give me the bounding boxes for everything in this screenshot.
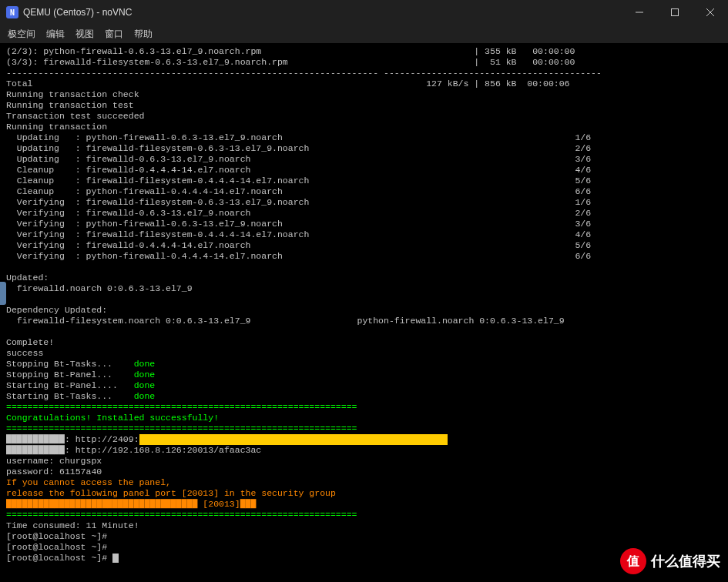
term-output: Updating : python-firewall-0.6.3-13.el7_… [6,132,722,143]
term-prompt[interactable]: [root@localhost ~]# [6,553,722,564]
term-output: Stopping Bt-Tasks... done [6,359,722,370]
term-output: username: churgspx [6,456,722,467]
close-button[interactable] [693,0,728,25]
term-output: ████████████████████████████████████ [20… [6,499,722,510]
menu-window[interactable]: 窗口 [105,28,123,41]
term-output [6,294,722,305]
term-output: Updating : firewalld-filesystem-0.6.3-13… [6,143,722,154]
redacted-url [139,434,448,445]
app-icon: N [6,6,18,18]
term-output: If you cannot access the panel, [6,477,722,488]
term-output: Updated: [6,273,722,283]
term-output: success [6,348,722,359]
titlebar-left: N QEMU (Centos7) - noVNC [6,6,132,18]
term-output: ███████████: http://2409: [6,434,722,445]
term-output: Verifying : firewalld-filesystem-0.6.3-1… [6,197,722,208]
term-output: Stopping Bt-Panel... done [6,370,722,380]
maximize-button[interactable] [657,0,693,25]
term-prompt: [root@localhost ~]# [6,531,722,542]
titlebar: N QEMU (Centos7) - noVNC [0,0,728,25]
term-output: Congratulations! Installed successfully! [6,413,722,423]
term-output: Cleanup : python-firewall-0.4.4.4-14.el7… [6,186,722,197]
menubar: 极空间 编辑 视图 窗口 帮助 [0,25,728,43]
term-output: Transaction test succeeded [6,111,722,122]
term-output: (2/3): python-firewall-0.6.3-13.el7_9.no… [6,46,722,57]
watermark: 值 什么值得买 [620,548,720,574]
menu-view[interactable]: 视图 [75,28,94,41]
term-output: ========================================… [6,423,722,434]
watermark-icon: 值 [620,548,646,574]
watermark-text: 什么值得买 [651,552,720,570]
novnc-side-tab[interactable] [0,282,6,305]
term-output: Verifying : firewalld-0.4.4.4-14.el7.noa… [6,240,722,251]
term-output: Dependency Updated: [6,305,722,316]
term-prompt: [root@localhost ~]# [6,542,722,553]
svg-rect-1 [672,9,679,16]
window-title: QEMU (Centos7) - noVNC [23,7,132,18]
cursor-icon [112,554,119,563]
term-output: Running transaction test [6,100,722,111]
term-output [6,326,722,337]
term-output: Verifying : firewalld-filesystem-0.4.4.4… [6,229,722,240]
term-output: Starting Bt-Tasks... done [6,391,722,402]
term-output: release the following panel port [20013]… [6,488,722,499]
menu-workspace[interactable]: 极空间 [8,28,35,41]
terminal[interactable]: (2/3): python-firewall-0.6.3-13.el7_9.no… [0,43,728,582]
term-output: Starting Bt-Panel.... done [6,380,722,391]
term-output: Time consumed: 11 Minute! [6,520,722,531]
term-output: ========================================… [6,510,722,520]
window-controls [622,0,728,25]
term-output: Running transaction [6,122,722,132]
term-output: Complete! [6,337,722,348]
term-output: Verifying : python-firewall-0.4.4.4-14.e… [6,251,722,262]
term-output: Total 127 kB/s | 856 kB 00:00:06 [6,79,722,89]
term-output: ----------------------------------------… [6,68,722,79]
term-output: Verifying : firewalld-0.6.3-13.el7_9.noa… [6,208,722,219]
term-output: Running transaction check [6,89,722,100]
term-output: (3/3): firewalld-filesystem-0.6.3-13.el7… [6,57,722,68]
term-output: password: 61157a40 [6,467,722,477]
term-output: ========================================… [6,402,722,413]
term-output: firewalld-filesystem.noarch 0:0.6.3-13.e… [6,316,722,326]
term-output [6,262,722,273]
term-output: Verifying : python-firewall-0.6.3-13.el7… [6,219,722,229]
term-output: Updating : firewalld-0.6.3-13.el7_9.noar… [6,154,722,165]
menu-help[interactable]: 帮助 [134,28,153,41]
term-output: ███████████: http://192.168.8.126:20013/… [6,445,722,456]
term-output: Cleanup : firewalld-filesystem-0.4.4.4-1… [6,176,722,186]
term-output: firewalld.noarch 0:0.6.3-13.el7_9 [6,283,722,294]
menu-edit[interactable]: 编辑 [46,28,65,41]
term-output: Cleanup : firewalld-0.4.4.4-14.el7.noarc… [6,165,722,176]
minimize-button[interactable] [622,0,657,25]
